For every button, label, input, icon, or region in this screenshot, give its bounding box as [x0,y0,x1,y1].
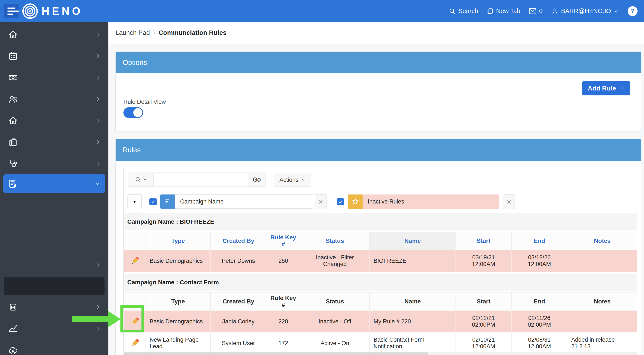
topbar-new-tab[interactable]: New Tab [487,8,520,15]
column-header[interactable]: Rule Key # [266,292,300,311]
rule-detail-view-toggle[interactable] [124,107,143,118]
topbar-user-menu[interactable]: BARR@HENO.IO [551,8,619,15]
sidebar-item-list-management[interactable] [0,234,108,255]
column-header[interactable]: Type [146,232,210,250]
edit-pencil-icon[interactable] [128,316,142,327]
add-rule-button[interactable]: Add Rule + [582,81,630,95]
page-title: Communciation Rules [158,29,226,36]
sidebar-item-general-store[interactable] [0,110,108,131]
sidebar-item-fax-blasts[interactable] [0,255,108,276]
column-header[interactable]: Status [300,232,370,250]
actions-menu-button[interactable]: Actions [274,173,311,187]
new-tab-icon [487,8,494,15]
cell-end: 03/18/26 12:00AM [512,250,567,272]
sidebar-item-document[interactable] [0,153,108,174]
cell-start: 02/12/21 02:00PM [456,311,512,332]
search-input[interactable] [154,173,248,187]
horizontal-scrollbar[interactable] [124,352,637,355]
brand-logo[interactable]: HENO [22,3,83,19]
table-row: Basic DemographicsPeter Downs250Inactive… [124,250,637,272]
edit-pencil-icon[interactable] [128,337,142,349]
search-column-selector[interactable] [128,173,154,187]
main-content: Launch Pad \ Communciation Rules Options… [108,22,644,355]
rules-report: Go Actions ▼ Campaign Name [124,169,637,355]
sidebar-item-market[interactable] [3,174,106,193]
filter-checkbox-campaign-name[interactable] [150,198,157,205]
calendar-icon [8,51,18,61]
column-header[interactable]: Type [146,292,210,311]
cell-notes [567,311,637,332]
mail-count-badge: 0 [539,8,542,15]
help-button[interactable]: ? [628,6,638,16]
sidebar-item-schedule[interactable] [0,45,108,67]
column-header[interactable]: Notes [567,292,637,311]
column-header[interactable]: Status [300,292,370,311]
search-icon [449,8,456,15]
cell-type: Basic Demographics [146,250,210,272]
column-header[interactable]: Start [456,232,512,250]
chevron-right-icon [95,325,101,331]
brand-name: HENO [42,5,83,18]
column-header[interactable]: Created By [210,232,266,250]
line-chart-icon [8,324,18,333]
cell-status: Active - On [300,332,370,354]
sidebar-item-reports[interactable] [0,214,108,234]
plus-icon: + [620,84,624,92]
options-panel: Options Add Rule + Rule Detail View [116,52,641,131]
remove-filter-campaign-name-button[interactable]: ✕ [315,194,326,209]
group-header: Campaign Name : Contact Form [124,274,637,291]
edit-pencil-icon[interactable] [128,255,142,266]
report-toolbar: Go Actions [124,169,637,191]
chevron-down-icon [301,178,305,182]
chevron-right-icon [95,304,101,310]
sidebar-item-reports[interactable] [0,318,108,339]
chevron-right-icon [95,75,101,81]
filter-checkbox-inactive-rules[interactable] [337,198,344,205]
remove-filter-inactive-rules-button[interactable]: ✕ [503,194,515,209]
edit-cell [124,250,146,272]
chevron-down-icon [143,178,147,182]
column-header[interactable]: Created By [210,292,266,311]
column-header[interactable] [124,232,146,250]
chevron-right-icon [95,53,101,59]
cell-created_by: Jania Corley [210,311,266,332]
cell-notes [567,250,637,272]
cell-rule_key: 220 [266,311,300,332]
sidebar-item-billing[interactable] [0,67,108,88]
sidebar-item-fax[interactable] [0,131,108,153]
sidebar-item-launch-pad-beta[interactable] [4,277,104,295]
column-header[interactable]: End [512,292,567,311]
filter-dropdown-button[interactable]: ▼ [128,194,142,209]
search-icon [135,176,141,183]
star-icon [348,194,362,209]
chevron-right-icon [95,32,101,38]
menu-hamburger-button[interactable] [4,4,19,18]
go-button[interactable]: Go [248,173,266,187]
column-header[interactable]: Start [456,292,512,311]
filter-chip-inactive-rules[interactable]: Inactive Rules [362,194,499,209]
sidebar-item-admin[interactable] [0,296,108,318]
sidebar-item-patient-portal[interactable] [0,339,108,355]
column-header[interactable]: Rule Key # [266,232,300,250]
column-header[interactable]: Name [370,232,456,250]
column-header[interactable]: Name [370,292,456,311]
rules-table: TypeCreated ByRule Key #StatusNameStartE… [124,232,637,272]
cell-status: Inactive - Filter Changed [300,250,370,272]
cell-created_by: Peter Downs [210,250,266,272]
topbar-mail[interactable]: 0 [529,8,542,15]
heno-spiral-logo-icon [22,3,38,19]
breadcrumb-parent-link[interactable]: Launch Pad [116,29,150,36]
rule-detail-view-label: Rule Detail View [124,99,166,105]
column-header[interactable] [124,292,146,311]
filter-chip-campaign-name[interactable]: Campaign Name [175,194,313,209]
top-bar: HENO Search New Tab 0 BARR@HENO.IO [0,0,644,22]
scrollbar-thumb[interactable] [124,352,428,355]
topbar-search[interactable]: Search [449,8,478,15]
sidebar-item-general[interactable] [0,24,108,45]
sidebar-item-activity-log[interactable] [0,193,108,214]
sidebar-item-patients[interactable] [0,88,108,110]
column-header[interactable]: End [512,232,567,250]
filter-row: ▼ Campaign Name ✕ Inactive Rules ✕ [124,191,637,213]
chevron-right-icon [95,262,101,268]
column-header[interactable]: Notes [567,232,637,250]
